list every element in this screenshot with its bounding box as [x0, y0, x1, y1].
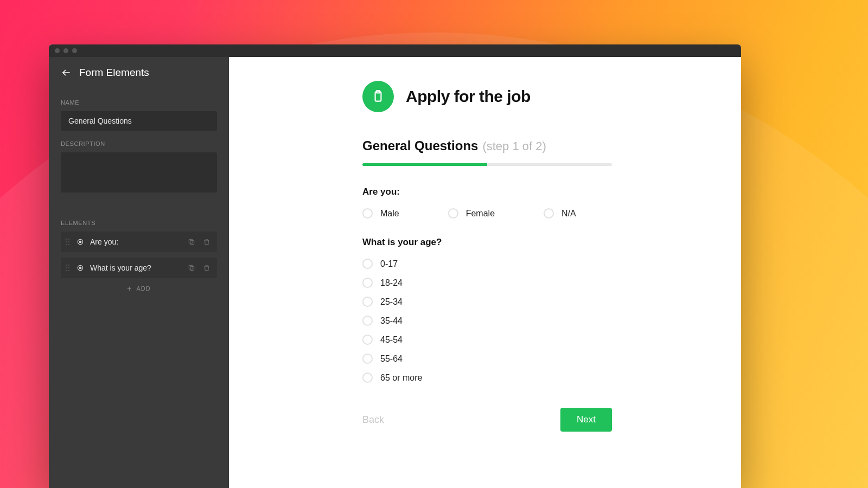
radio-option-label: 45-54	[380, 335, 403, 345]
add-element-button[interactable]: + ADD	[61, 278, 217, 299]
form-title: Apply for the job	[406, 87, 531, 106]
window-dot-min[interactable]	[63, 48, 68, 53]
radio-type-icon	[76, 264, 85, 272]
radio-type-icon	[76, 237, 85, 246]
svg-rect-8	[189, 265, 193, 269]
window-dot-max[interactable]	[72, 48, 77, 53]
progress-bar	[362, 163, 612, 166]
sidebar: Form Elements NAME DESCRIPTION ELEMENTS …	[49, 57, 229, 488]
form-preview: Apply for the job General Questions (ste…	[229, 57, 741, 488]
trash-icon[interactable]	[202, 263, 212, 273]
radio-icon	[362, 354, 373, 364]
window-dot-close[interactable]	[55, 48, 60, 53]
radio-icon	[362, 335, 373, 345]
app-window: Form Elements NAME DESCRIPTION ELEMENTS …	[49, 44, 741, 488]
radio-option[interactable]: Male	[362, 208, 399, 219]
trash-icon[interactable]	[202, 237, 212, 247]
clipboard-icon	[362, 81, 394, 112]
svg-rect-4	[189, 239, 193, 243]
radio-option-label: 25-34	[380, 297, 403, 307]
step-title: General Questions	[362, 138, 478, 153]
duplicate-icon[interactable]	[187, 237, 196, 247]
radio-option[interactable]: 35-44	[362, 316, 612, 326]
radio-option[interactable]: 0-17	[362, 259, 612, 269]
svg-point-2	[79, 241, 81, 243]
element-item-label: Are you:	[90, 237, 181, 246]
radio-icon	[362, 373, 373, 383]
svg-rect-7	[190, 267, 194, 271]
radio-option-label: Male	[380, 209, 399, 219]
drag-handle-icon[interactable]	[64, 239, 71, 245]
radio-option-label: 65 or more	[380, 373, 422, 383]
svg-point-6	[79, 267, 81, 269]
radio-option[interactable]: 65 or more	[362, 373, 612, 383]
name-field-label: NAME	[61, 99, 217, 106]
radio-icon	[362, 208, 373, 219]
element-item[interactable]: What is your age?	[61, 258, 217, 278]
drag-handle-icon[interactable]	[64, 265, 71, 271]
duplicate-icon[interactable]	[187, 263, 196, 273]
add-element-label: ADD	[136, 285, 150, 292]
radio-option[interactable]: N/A	[544, 208, 576, 219]
radio-option-label: 35-44	[380, 316, 403, 326]
radio-option-label: 18-24	[380, 278, 403, 288]
question-block: What is your age?0-1718-2425-3435-4445-5…	[362, 237, 612, 383]
sidebar-title: Form Elements	[79, 67, 149, 79]
radio-option[interactable]: 55-64	[362, 354, 612, 364]
radio-option[interactable]: Female	[448, 208, 495, 219]
element-item-label: What is your age?	[90, 264, 181, 272]
question-block: Are you:MaleFemaleN/A	[362, 187, 612, 219]
radio-option-label: Female	[466, 209, 495, 219]
window-titlebar	[49, 44, 741, 57]
radio-option-label: N/A	[561, 209, 576, 219]
elements-section-label: ELEMENTS	[61, 220, 217, 226]
radio-icon	[362, 297, 373, 307]
back-arrow-icon[interactable]	[61, 67, 72, 78]
radio-option[interactable]: 18-24	[362, 278, 612, 288]
step-subtitle: (step 1 of 2)	[482, 139, 546, 153]
name-input[interactable]	[61, 111, 217, 131]
question-label: Are you:	[362, 187, 612, 197]
radio-option[interactable]: 45-54	[362, 335, 612, 345]
plus-icon: +	[127, 285, 132, 292]
radio-option-label: 55-64	[380, 354, 403, 364]
radio-option[interactable]: 25-34	[362, 297, 612, 307]
radio-icon	[362, 316, 373, 326]
radio-icon	[362, 259, 373, 269]
back-button[interactable]: Back	[362, 414, 384, 426]
radio-icon	[544, 208, 554, 219]
next-button[interactable]: Next	[560, 408, 612, 432]
element-item[interactable]: Are you:	[61, 232, 217, 252]
question-label: What is your age?	[362, 237, 612, 248]
description-input[interactable]	[61, 152, 217, 192]
radio-icon	[448, 208, 458, 219]
svg-rect-3	[190, 241, 194, 245]
radio-icon	[362, 278, 373, 288]
description-field-label: DESCRIPTION	[61, 140, 217, 147]
radio-option-label: 0-17	[380, 259, 398, 269]
